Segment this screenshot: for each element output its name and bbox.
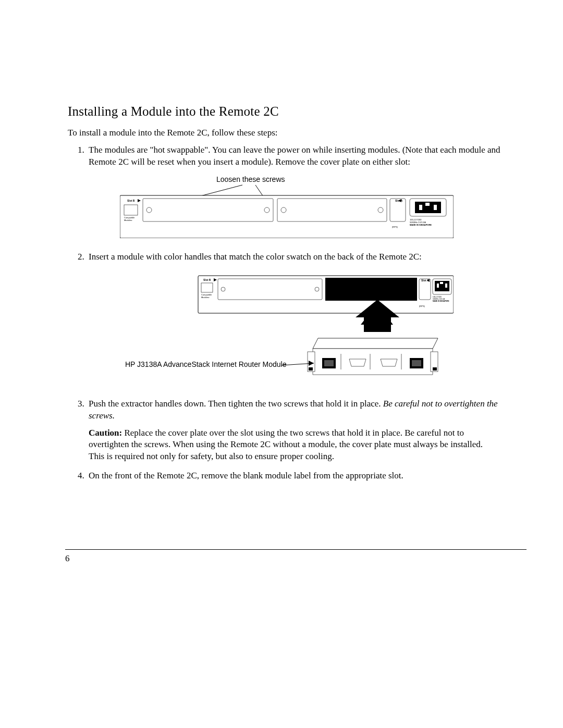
svg-rect-12 xyxy=(277,199,387,221)
svg-text:Modules:: Modules: xyxy=(201,296,210,299)
step-3-text-a: Push the extractor handles down. Then ti… xyxy=(89,399,383,409)
fig2-module-label: HP J3138A AdvanceStack Internet Router M… xyxy=(125,360,287,368)
svg-text:Slot A: Slot A xyxy=(395,199,403,202)
step-1: The modules are "hot swappable". You can… xyxy=(87,144,500,242)
svg-point-14 xyxy=(378,207,383,213)
svg-point-11 xyxy=(264,207,270,213)
page-number: 6 xyxy=(65,553,70,564)
figure-1: Loosen these screws Slot B Compatible Mo… xyxy=(120,176,454,242)
svg-text:Slot B: Slot B xyxy=(203,278,211,281)
svg-rect-20 xyxy=(419,205,422,210)
svg-point-33 xyxy=(315,287,319,291)
svg-rect-57 xyxy=(412,360,421,366)
step-2: Insert a module with color handles that … xyxy=(87,251,500,389)
svg-text:(RPS): (RPS) xyxy=(419,305,425,307)
svg-rect-9 xyxy=(143,199,273,221)
section-heading: Installing a Module into the Remote 2C xyxy=(68,104,500,119)
svg-text:Modules:: Modules: xyxy=(124,219,132,221)
svg-rect-6 xyxy=(124,205,138,215)
svg-text:Slot B: Slot B xyxy=(127,199,135,202)
step-4: On the front of the Remote 2C, remove th… xyxy=(87,470,500,482)
svg-text:MADE IN SINGAPORE: MADE IN SINGAPORE xyxy=(433,300,449,302)
fig1-callout-text: Loosen these screws xyxy=(216,176,285,183)
svg-rect-42 xyxy=(440,282,443,284)
svg-text:Slot A: Slot A xyxy=(421,279,429,282)
step-4-text: On the front of the Remote 2C, remove th… xyxy=(89,471,403,480)
svg-point-13 xyxy=(281,207,286,213)
svg-text:(RPS): (RPS) xyxy=(392,226,398,228)
svg-text:MADE IN SINGAPORE: MADE IN SINGAPORE xyxy=(410,224,432,226)
steps-list: The modules are "hot swappable". You can… xyxy=(68,144,500,482)
svg-rect-41 xyxy=(445,283,447,288)
svg-rect-21 xyxy=(434,205,437,210)
svg-marker-48 xyxy=(313,338,438,349)
svg-rect-52 xyxy=(309,367,313,371)
step-1-text: The modules are "hot swappable". You can… xyxy=(89,145,500,167)
step-2-text: Insert a module with color handles that … xyxy=(89,252,422,262)
svg-rect-55 xyxy=(324,360,334,366)
step-3: Push the extractor handles down. Then ti… xyxy=(87,398,500,463)
caution-label: Caution: xyxy=(89,428,124,438)
svg-point-32 xyxy=(221,287,225,291)
svg-rect-22 xyxy=(425,203,430,206)
svg-rect-31 xyxy=(218,279,322,300)
svg-rect-53 xyxy=(433,367,437,371)
figure-2: Slot B Compatible Modules: Slot A (R xyxy=(120,270,454,389)
caution-body: Replace the cover plate over the slot us… xyxy=(89,428,483,462)
svg-rect-40 xyxy=(437,283,439,288)
svg-point-10 xyxy=(146,207,152,213)
lead-paragraph: To install a module into the Remote 2C, … xyxy=(68,127,500,139)
svg-rect-28 xyxy=(201,283,213,292)
svg-rect-35 xyxy=(419,279,431,300)
footer-rule xyxy=(65,549,527,550)
svg-rect-34 xyxy=(325,278,417,301)
